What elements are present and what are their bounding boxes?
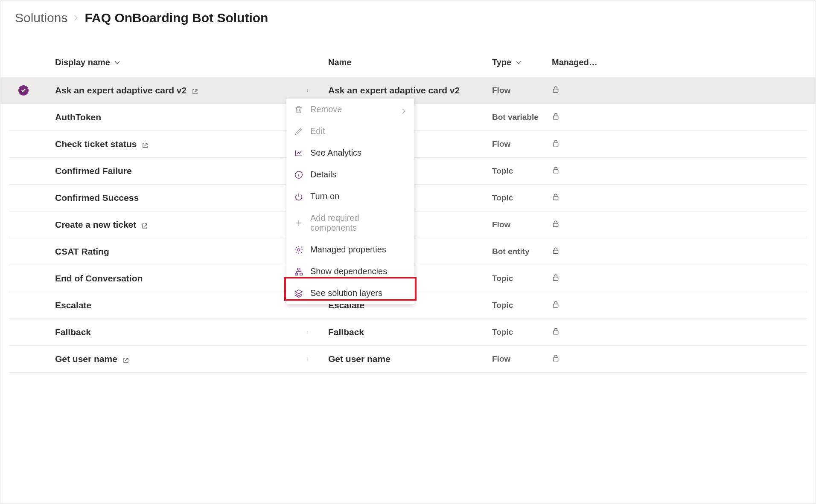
more-actions-button[interactable] — [303, 354, 313, 364]
external-link-icon — [142, 141, 149, 148]
tree-icon — [294, 267, 303, 276]
breadcrumb-current: FAQ OnBoarding Bot Solution — [85, 11, 268, 25]
menu-item-gear[interactable]: Managed properties — [286, 239, 414, 261]
svg-point-12 — [307, 331, 308, 331]
lock-icon — [552, 247, 560, 256]
breadcrumb: Solutions FAQ OnBoarding Bot Solution — [0, 11, 816, 42]
row-type: Flow — [492, 139, 510, 149]
menu-item-info[interactable]: Details — [286, 164, 414, 185]
svg-rect-10 — [553, 277, 558, 280]
column-header-type[interactable]: Type — [492, 58, 552, 67]
svg-rect-7 — [553, 196, 558, 200]
svg-rect-6 — [553, 169, 558, 173]
svg-point-13 — [307, 332, 308, 333]
row-type: Bot entity — [492, 247, 530, 256]
lock-icon — [552, 139, 560, 149]
row-type: Flow — [492, 220, 510, 229]
menu-item-power[interactable]: Turn on — [286, 185, 414, 207]
display-name[interactable]: Create a new ticket — [55, 220, 148, 230]
svg-point-0 — [307, 89, 308, 90]
edit-icon — [294, 127, 303, 136]
row-type: Topic — [492, 193, 513, 203]
check-icon[interactable] — [18, 85, 29, 96]
display-name[interactable]: Check ticket status — [55, 139, 149, 149]
analytics-icon — [294, 148, 303, 158]
chevron-right-icon — [73, 12, 79, 24]
svg-point-16 — [307, 358, 308, 358]
trash-icon — [294, 105, 303, 114]
row-type: Flow — [492, 354, 510, 364]
display-name[interactable]: End of Conversation — [55, 273, 143, 284]
info-icon — [294, 170, 303, 180]
table-row[interactable]: Get user nameGet user nameFlow — [9, 346, 807, 373]
chevron-right-icon — [401, 107, 407, 113]
svg-point-18 — [307, 360, 308, 360]
column-header-type-label: Type — [492, 58, 511, 67]
table-row[interactable]: FallbackFallbackTopic — [9, 319, 807, 346]
context-menu: RemoveEditSee AnalyticsDetailsTurn onAdd… — [286, 98, 414, 304]
lock-icon — [552, 354, 560, 364]
row-name: Get user name — [328, 354, 391, 364]
external-link-icon — [192, 87, 198, 94]
menu-item-label: Remove — [310, 104, 342, 114]
lock-icon — [552, 86, 560, 95]
lock-icon — [552, 274, 560, 283]
display-name[interactable]: Escalate — [55, 300, 91, 310]
plus-icon — [294, 218, 303, 228]
column-header-display-name[interactable]: Display name — [55, 58, 303, 67]
external-link-icon — [141, 221, 148, 228]
row-type: Topic — [492, 301, 513, 310]
menu-item-plus: Add required components — [286, 207, 414, 239]
svg-rect-4 — [553, 116, 558, 119]
svg-point-21 — [297, 249, 300, 251]
menu-item-label: Show dependencies — [310, 266, 387, 276]
column-header-name[interactable]: Name — [328, 58, 492, 67]
svg-rect-24 — [300, 273, 303, 275]
svg-point-17 — [307, 359, 308, 359]
breadcrumb-root[interactable]: Solutions — [15, 11, 67, 25]
svg-rect-3 — [553, 89, 558, 92]
menu-item-edit: Edit — [286, 120, 414, 142]
menu-item-analytics[interactable]: See Analytics — [286, 142, 414, 164]
svg-rect-9 — [553, 250, 558, 253]
menu-item-label: Managed properties — [310, 245, 386, 255]
display-name[interactable]: Get user name — [55, 354, 129, 364]
display-name[interactable]: Confirmed Failure — [55, 166, 132, 176]
lock-icon — [552, 327, 560, 337]
svg-rect-5 — [553, 142, 558, 146]
row-type: Topic — [492, 166, 513, 176]
display-name[interactable]: Fallback — [55, 327, 91, 337]
menu-item-label: Details — [310, 170, 336, 180]
display-name[interactable]: AuthToken — [55, 112, 101, 122]
svg-rect-22 — [297, 268, 300, 270]
table-header-row: Display name Name Type Managed… — [9, 42, 807, 77]
row-type: Topic — [492, 274, 513, 283]
menu-item-label: See Analytics — [310, 148, 361, 158]
display-name[interactable]: Confirmed Success — [55, 193, 139, 203]
more-actions-button[interactable] — [303, 86, 313, 95]
menu-item-trash: Remove — [286, 98, 414, 120]
row-name: Ask an expert adaptive card v2 — [328, 85, 460, 95]
svg-point-14 — [307, 333, 308, 333]
gear-icon — [294, 245, 303, 255]
svg-rect-23 — [295, 273, 298, 275]
chevron-down-icon — [516, 60, 522, 66]
highlight-box — [284, 277, 417, 301]
lock-icon — [552, 113, 560, 122]
menu-item-label: Add required components — [310, 213, 407, 233]
display-name[interactable]: Ask an expert adaptive card v2 — [55, 85, 198, 96]
row-name: Fallback — [328, 327, 364, 337]
lock-icon — [552, 166, 560, 176]
menu-item-label: Turn on — [310, 191, 339, 201]
more-actions-button[interactable] — [303, 327, 313, 337]
lock-icon — [552, 220, 560, 229]
lock-icon — [552, 301, 560, 310]
display-name[interactable]: CSAT Rating — [55, 246, 109, 257]
column-header-managed[interactable]: Managed… — [552, 58, 597, 67]
svg-rect-8 — [553, 223, 558, 226]
column-header-display-name-label: Display name — [55, 58, 110, 67]
power-icon — [294, 192, 303, 201]
svg-point-1 — [307, 90, 308, 91]
external-link-icon — [122, 356, 129, 362]
svg-rect-11 — [553, 304, 558, 307]
